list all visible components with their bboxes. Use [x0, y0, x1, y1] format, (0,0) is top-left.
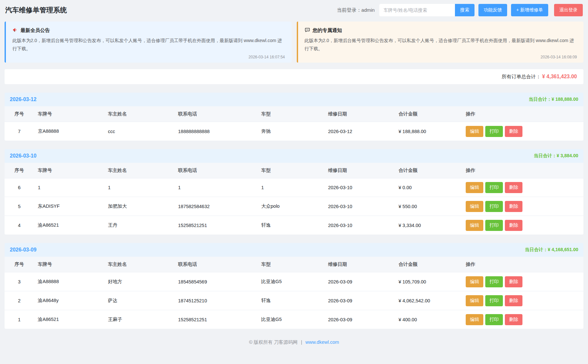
column-header-date: 维修日期	[324, 106, 395, 122]
delete-button[interactable]: 删除	[505, 220, 522, 231]
megaphone-icon	[12, 27, 18, 34]
cell-seq: 1	[5, 310, 34, 329]
search-button[interactable]: 搜索	[455, 4, 475, 16]
cell-model: 大众polo	[257, 197, 324, 216]
cell-date: 2026-03-09	[324, 291, 395, 310]
announcement-title: 最新全员公告	[21, 27, 50, 34]
table-row: 4渝A86521王丹15258521251轩逸2026-03-10¥ 3,334…	[5, 216, 583, 235]
cell-model: 1	[257, 178, 324, 197]
column-header-actions: 操作	[462, 257, 583, 272]
cell-actions: 编辑打印删除	[462, 197, 583, 216]
header-controls: 当前登录：admin 搜索 功能反馈 + 新增维修单 退出登录	[337, 4, 583, 16]
orders-table: 序号车牌号车主姓名联系电话车型维修日期合计金额操作7京A88888ccc1888…	[5, 106, 583, 141]
column-header-owner: 车主姓名	[104, 106, 174, 122]
cell-plate: 渝A86521	[34, 216, 104, 235]
column-header-amount: 合计金额	[395, 163, 462, 178]
table-row: 1渝A86521王麻子15258521251比亚迪G52026-03-09¥ 4…	[5, 310, 583, 329]
edit-button[interactable]: 编辑	[466, 220, 483, 231]
print-button[interactable]: 打印	[485, 220, 503, 231]
cell-phone: 187582584632	[174, 197, 257, 216]
column-header-owner: 车主姓名	[104, 163, 174, 178]
day-section-header: 2026-03-10当日合计：¥ 3,884.00	[5, 149, 583, 163]
print-button[interactable]: 打印	[485, 126, 503, 137]
cell-plate: 1	[34, 178, 104, 197]
edit-button[interactable]: 编辑	[466, 295, 483, 306]
search-input[interactable]	[379, 4, 455, 16]
cell-amount: ¥ 105,709.00	[395, 272, 462, 291]
day-section: 2026-03-12当日合计：¥ 188,888.00序号车牌号车主姓名联系电话…	[5, 93, 583, 141]
delete-button[interactable]: 删除	[505, 126, 522, 137]
announcement-body: 此版本为2.0，新增后台账号管理和公告发布，可以私发个人账号，适合修理厂员工带手…	[12, 37, 285, 53]
delete-button[interactable]: 删除	[505, 314, 522, 325]
cell-actions: 编辑打印删除	[462, 178, 583, 197]
column-header-phone: 联系电话	[174, 163, 257, 178]
cell-owner: 王麻子	[104, 310, 174, 329]
cell-model: 比亚迪G5	[257, 310, 324, 329]
personal-notice-title: 您的专属通知	[313, 27, 342, 34]
print-button[interactable]: 打印	[485, 295, 503, 306]
cell-plate: 渝A86521	[34, 310, 104, 329]
add-repair-order-button[interactable]: + 新增维修单	[511, 4, 548, 16]
cell-amount: ¥ 0.00	[395, 178, 462, 197]
column-header-plate: 车牌号	[34, 163, 104, 178]
delete-button[interactable]: 删除	[505, 182, 522, 193]
cell-model: 轩逸	[257, 291, 324, 310]
delete-button[interactable]: 删除	[505, 201, 522, 212]
print-button[interactable]: 打印	[485, 276, 503, 287]
table-row: 7京A88888ccc188888888888奔驰2026-03-12¥ 188…	[5, 122, 583, 141]
cell-owner: 王丹	[104, 216, 174, 235]
cell-model: 奔驰	[257, 122, 324, 141]
delete-button[interactable]: 删除	[505, 295, 522, 306]
column-header-date: 维修日期	[324, 163, 395, 178]
column-header-plate: 车牌号	[34, 106, 104, 122]
cell-date: 2026-03-09	[324, 272, 395, 291]
column-header-actions: 操作	[462, 163, 583, 178]
column-header-owner: 车主姓名	[104, 257, 174, 272]
table-row: 2渝A8648y萨达18745125210轩逸2026-03-09¥ 4,062…	[5, 291, 583, 310]
column-header-plate: 车牌号	[34, 257, 104, 272]
table-header-row: 序号车牌号车主姓名联系电话车型维修日期合计金额操作	[5, 106, 583, 122]
day-section: 2026-03-09当日合计：¥ 4,168,651.00序号车牌号车主姓名联系…	[5, 243, 583, 329]
column-header-date: 维修日期	[324, 257, 395, 272]
delete-button[interactable]: 删除	[505, 276, 522, 287]
section-date: 2026-03-12	[10, 97, 37, 102]
edit-button[interactable]: 编辑	[466, 276, 483, 287]
section-day-total: 当日合计：¥ 3,884.00	[534, 153, 578, 159]
edit-button[interactable]: 编辑	[466, 314, 483, 325]
cell-plate: 京A88888	[34, 122, 104, 141]
footer: © 版权所有 刀客源码网 | www.dkewl.com	[0, 329, 588, 355]
section-date: 2026-03-10	[10, 153, 37, 159]
footer-link[interactable]: www.dkewl.com	[305, 340, 339, 345]
print-button[interactable]: 打印	[485, 314, 503, 325]
cell-seq: 5	[5, 197, 34, 216]
cell-plate: 东ADISYF	[34, 197, 104, 216]
cell-owner: 萨达	[104, 291, 174, 310]
cell-date: 2026-03-10	[324, 197, 395, 216]
day-section-header: 2026-03-09当日合计：¥ 4,168,651.00	[5, 243, 583, 257]
column-header-seq: 序号	[5, 163, 34, 178]
notices-row: 最新全员公告 此版本为2.0，新增后台账号管理和公告发布，可以私发个人账号，适合…	[5, 22, 583, 63]
top-bar: 汽车维修单管理系统 当前登录：admin 搜索 功能反馈 + 新增维修单 退出登…	[0, 0, 588, 20]
column-header-actions: 操作	[462, 106, 583, 122]
column-header-phone: 联系电话	[174, 257, 257, 272]
cell-phone: 18545854569	[174, 272, 257, 291]
personal-notice-title-row: 您的专属通知	[305, 27, 577, 34]
table-header-row: 序号车牌号车主姓名联系电话车型维修日期合计金额操作	[5, 163, 583, 178]
cell-actions: 编辑打印删除	[462, 310, 583, 329]
grand-total-amount: ¥ 4,361,423.00	[542, 74, 577, 80]
print-button[interactable]: 打印	[485, 201, 503, 212]
edit-button[interactable]: 编辑	[466, 182, 483, 193]
feedback-button[interactable]: 功能反馈	[478, 4, 507, 16]
cell-amount: ¥ 550.00	[395, 197, 462, 216]
logout-button[interactable]: 退出登录	[554, 4, 583, 16]
cell-amount: ¥ 4,062,542.00	[395, 291, 462, 310]
cell-plate: 渝A8648y	[34, 291, 104, 310]
edit-button[interactable]: 编辑	[466, 126, 483, 137]
announcement-title-row: 最新全员公告	[12, 27, 285, 34]
edit-button[interactable]: 编辑	[466, 201, 483, 212]
cell-plate: 渝A88888	[34, 272, 104, 291]
column-header-seq: 序号	[5, 257, 34, 272]
print-button[interactable]: 打印	[485, 182, 503, 193]
cell-amount: ¥ 3,334.00	[395, 216, 462, 235]
column-header-model: 车型	[257, 106, 324, 122]
